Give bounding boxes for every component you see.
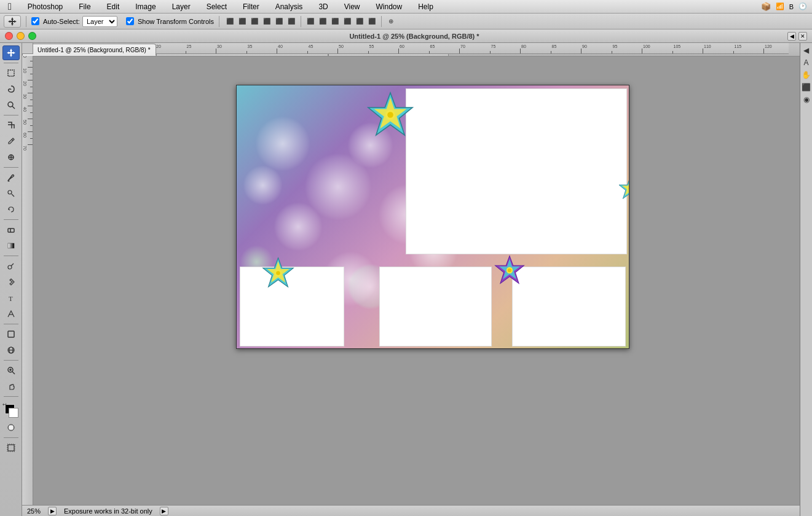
clone-stamp-tool[interactable]: [2, 186, 20, 201]
move-tool[interactable]: [2, 45, 20, 60]
healing-brush-tool[interactable]: [2, 150, 20, 165]
brush-tool[interactable]: [2, 170, 20, 185]
far-right-icon-4[interactable]: ◉: [802, 95, 811, 104]
svg-rect-2: [8, 70, 14, 76]
far-right-collapse-icon[interactable]: ◀: [802, 45, 811, 55]
align-center-h-icon[interactable]: ⬛: [237, 16, 248, 27]
dodge-tool[interactable]: [2, 259, 20, 273]
quick-selection-tool[interactable]: [2, 98, 20, 112]
type-tool[interactable]: T: [2, 291, 20, 305]
crop-tool[interactable]: [2, 118, 20, 133]
menu-analysis[interactable]: Analysis: [272, 1, 306, 12]
starfish-small-right: [618, 176, 629, 201]
apple-menu[interactable]: : [5, 0, 15, 14]
menu-layer[interactable]: Layer: [169, 1, 194, 12]
white-box-main: [406, 88, 627, 254]
menu-image[interactable]: Image: [132, 1, 159, 12]
menu-filter[interactable]: Filter: [240, 1, 262, 12]
vertical-ruler: 010203040506070: [22, 54, 33, 516]
svg-rect-29: [8, 445, 14, 451]
menu-window[interactable]: Window: [373, 1, 406, 12]
show-transform-checkbox[interactable]: [126, 17, 134, 25]
screen-mode-tool[interactable]: [2, 440, 20, 455]
svg-point-42: [276, 271, 280, 275]
distribute-left-icon[interactable]: ⬛: [305, 16, 316, 27]
zoom-tool[interactable]: [2, 363, 20, 378]
close-window-button[interactable]: [5, 32, 13, 40]
status-info-button[interactable]: ▶: [48, 507, 57, 515]
hand-tool[interactable]: [2, 379, 20, 394]
quick-mask-tool[interactable]: [2, 420, 20, 435]
panel-close-button[interactable]: ✕: [798, 32, 807, 41]
starfish-bottom-center: [494, 254, 526, 286]
arrange-icon[interactable]: ⊕: [385, 16, 396, 27]
menu-view[interactable]: View: [341, 1, 363, 12]
svg-rect-30: [7, 444, 15, 452]
left-toolbar-sep-4: [4, 219, 18, 220]
svg-text:T: T: [9, 295, 13, 302]
3d-tool[interactable]: [2, 343, 20, 358]
align-top-icon[interactable]: ⬛: [261, 16, 272, 27]
distribute-top-icon[interactable]: ⬛: [342, 16, 353, 27]
bokeh-3: [274, 202, 323, 251]
starfish-bottom-left: [261, 256, 295, 290]
menu-photoshop[interactable]: Photoshop: [25, 1, 66, 12]
menu-select[interactable]: Select: [203, 1, 230, 12]
distribute-center-v-icon[interactable]: ⬛: [354, 16, 365, 27]
minimize-window-button[interactable]: [17, 32, 25, 40]
lasso-tool[interactable]: [2, 82, 20, 96]
far-right-icon-2[interactable]: ✋: [802, 70, 811, 80]
tab-untitled-1[interactable]: ✕ Untitled-1 @ 25% (Background, RGB/8) *: [22, 44, 156, 56]
show-transform-label: Show Transform Controls: [138, 18, 214, 25]
left-toolbar-sep-7: [4, 360, 18, 361]
tab-label-untitled-1: Untitled-1 @ 25% (Background, RGB/8) *: [37, 47, 151, 53]
document-canvas[interactable]: [236, 85, 629, 349]
menu-edit[interactable]: Edit: [104, 1, 123, 12]
left-toolbar-sep-1: [4, 63, 18, 63]
pen-tool[interactable]: [2, 275, 20, 289]
history-brush-tool[interactable]: [2, 202, 20, 217]
canvas-content[interactable]: [33, 54, 789, 505]
main-layout: T ↩: [0, 43, 812, 516]
menu-help[interactable]: Help: [415, 1, 436, 12]
svg-marker-0: [8, 17, 17, 26]
svg-line-16: [11, 264, 14, 266]
auto-select-checkbox[interactable]: [31, 17, 39, 25]
far-right-icon-1[interactable]: A: [802, 58, 811, 68]
move-tool-button[interactable]: [4, 15, 21, 28]
status-next-button[interactable]: ▶: [160, 507, 168, 515]
maximize-window-button[interactable]: [28, 32, 36, 40]
rectangular-marquee-tool[interactable]: [2, 66, 20, 80]
path-select-tool[interactable]: [2, 307, 20, 321]
align-center-v-icon[interactable]: ⬛: [274, 16, 285, 27]
svg-line-7: [12, 139, 13, 141]
gradient-tool[interactable]: [2, 238, 20, 253]
ruler-corner: [22, 43, 33, 54]
align-bottom-icon[interactable]: ⬛: [286, 16, 297, 27]
color-swatches[interactable]: ↩: [2, 402, 20, 419]
svg-point-46: [508, 268, 511, 272]
far-right-icon-3[interactable]: ⬛: [802, 82, 811, 92]
toolbar-separator-3: [301, 16, 301, 27]
auto-select-dropdown[interactable]: Layer Group: [82, 16, 117, 27]
starfish-large: [366, 90, 415, 139]
left-toolbar-sep-6: [4, 324, 18, 324]
distribute-bottom-icon[interactable]: ⬛: [366, 16, 377, 27]
panel-toggle-button[interactable]: ◀: [787, 32, 796, 41]
status-bar: 25% ▶ Exposure works in 32-bit only ▶: [22, 505, 800, 516]
distribute-center-h-icon[interactable]: ⬛: [317, 16, 328, 27]
shape-tool[interactable]: [2, 327, 20, 342]
menu-file[interactable]: File: [76, 1, 93, 12]
align-right-icon[interactable]: ⬛: [249, 16, 260, 27]
menu-3d[interactable]: 3D: [315, 1, 331, 12]
eyedropper-tool[interactable]: [2, 134, 20, 149]
align-left-icon[interactable]: ⬛: [224, 16, 235, 27]
toolbar-separator-1: [26, 16, 26, 27]
transform-controls: ⬛ ⬛ ⬛ ⬛ ⬛ ⬛ ⬛ ⬛ ⬛ ⬛ ⬛ ⬛ ⊕: [224, 16, 396, 27]
clock-icon: 🕑: [798, 2, 807, 10]
auto-select-label: Auto-Select:: [43, 18, 80, 25]
window-chrome: Untitled-1 @ 25% (Background, RGB/8) * ◀…: [0, 29, 812, 43]
svg-rect-19: [8, 331, 14, 337]
eraser-tool[interactable]: [2, 222, 20, 237]
distribute-right-icon[interactable]: ⬛: [329, 16, 341, 27]
